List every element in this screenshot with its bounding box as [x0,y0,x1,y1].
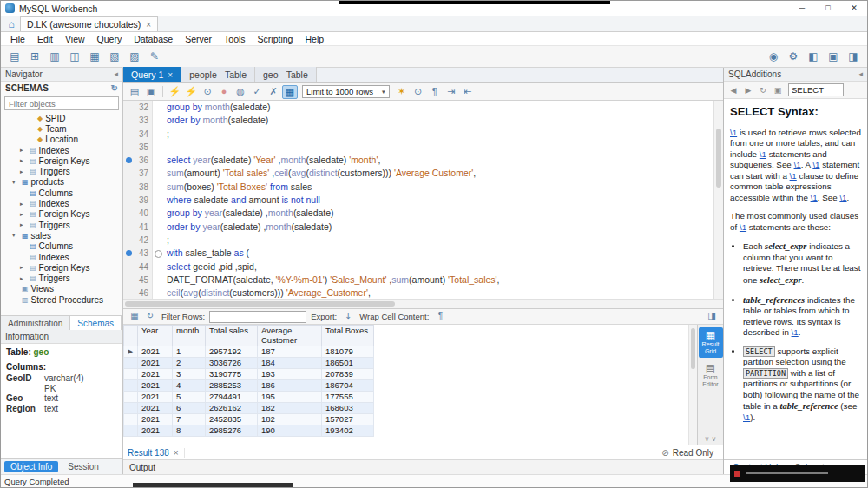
new-connection-icon[interactable]: ▤ [6,49,23,65]
account-icon[interactable]: ◉ [765,49,782,65]
code-line-41[interactable]: 41 order by year(saledate) ,month(saleda… [123,221,713,234]
help-link[interactable]: \1 [730,128,737,137]
rollback-icon[interactable]: ✗ [266,85,281,99]
code-line-39[interactable]: 39 where saledate and amount is not null [123,194,713,207]
grid-cell[interactable]: 193402 [322,425,374,437]
grid-cell[interactable]: 186704 [322,380,374,392]
help-back-icon[interactable]: ◀ [727,86,740,95]
menu-view[interactable]: View [59,34,91,44]
menu-file[interactable]: File [4,34,31,44]
result-tab[interactable]: Result 138 × [128,448,185,458]
expand-arrow-icon[interactable]: ▾ [12,179,19,186]
help-link[interactable]: \1 [794,160,801,169]
new-tab-options-icon[interactable]: ▦ [282,85,298,99]
grid-row[interactable]: 202152794491195177555 [124,392,374,403]
editor-vertical-scrollbar[interactable] [713,101,723,299]
tree-item-indexes[interactable]: ▤Indexes [1,252,122,262]
menu-server[interactable]: Server [179,34,218,44]
tab-schemas[interactable]: Schemas [69,316,122,330]
execute-icon[interactable]: ⚡ [167,85,182,99]
tree-item-views[interactable]: ▣Views [1,284,122,294]
close-button[interactable]: ✕ [841,1,867,16]
grid-cell[interactable]: 3190775 [206,369,258,380]
open-script-icon[interactable]: ▥ [46,49,63,65]
grid-cell[interactable]: 177555 [322,392,374,403]
beautify-sql-icon[interactable]: ✶ [394,85,410,99]
grid-row[interactable]: 202172452835182157027 [124,414,374,425]
result-grid[interactable]: YearmonthTotal salesAverage CustomerTota… [123,325,688,445]
help-link[interactable]: \1 [839,193,846,202]
invisible-characters-icon[interactable]: ¶ [427,85,443,99]
grid-cell[interactable]: 186 [258,380,322,392]
menu-query[interactable]: Query [91,34,128,44]
code-line-33[interactable]: 33 order by month(saledate) [123,114,713,127]
tree-item-spid[interactable]: ◆SPID [1,113,122,123]
home-icon[interactable]: ⌂ [3,17,20,31]
tree-item-stored-procedures[interactable]: ▥Stored Procedures [1,294,122,305]
tab-administration[interactable]: Administration [1,318,69,329]
grid-cell[interactable]: 195 [258,392,322,403]
commit-icon[interactable]: ✓ [249,85,265,99]
grid-cell[interactable]: 2626162 [206,403,258,414]
wrap-text-icon[interactable]: ⇥ [444,85,459,99]
document-tab[interactable]: D.LK (awesome chocolates) × [20,16,158,31]
refresh-schemas-icon[interactable]: ↻ [111,83,118,93]
grid-vertical-scrollbar[interactable] [688,325,697,445]
strip-scroll-down-icon[interactable]: ∨ ∨ [705,436,717,445]
code-line-35[interactable]: 35 [123,141,713,154]
help-manual-icon[interactable]: ▣ [772,86,784,95]
row-selector[interactable] [124,425,138,437]
scrollbar-thumb[interactable] [691,328,695,369]
open-file-icon[interactable]: ▤ [127,85,142,99]
secondary-sidebar-toggle-icon[interactable]: ◨ [845,49,862,65]
tree-item-triggers[interactable]: ▸▤Triggers [1,166,122,176]
grid-cell[interactable]: 6 [173,403,206,414]
code-line-42[interactable]: 42 ; [123,234,713,247]
tree-item-columns[interactable]: ▤Columns [1,241,122,252]
create-procedure-icon[interactable]: ▨ [126,49,143,65]
code-line-44[interactable]: 44 select geoid ,pid ,spid, [123,260,713,274]
grid-cell[interactable]: 2021 [138,425,173,437]
save-script-icon[interactable]: ▣ [143,85,159,99]
grid-cell[interactable]: 2957192 [206,346,258,358]
grid-cell[interactable]: 2021 [138,414,173,425]
output-section-header[interactable]: Output [123,459,723,474]
grid-cell[interactable]: 182 [258,414,322,425]
grid-row[interactable]: 202142885253186186704 [124,380,374,392]
tree-item-indexes[interactable]: ▸▤Indexes [1,198,122,208]
menu-help[interactable]: Help [299,34,330,44]
find-icon[interactable]: ⊙ [411,85,426,99]
create-table-icon[interactable]: ▦ [86,49,103,65]
code-line-37[interactable]: 37 sum(amount) 'Total sales' ,ceil(avg(d… [123,167,713,180]
expand-arrow-icon[interactable]: ▸ [20,147,27,154]
jump-to-start-icon[interactable]: ⇤ [460,85,476,99]
help-link[interactable]: \1 [812,160,819,169]
tree-item-columns[interactable]: ▤Columns [1,188,122,198]
row-selector[interactable] [124,380,138,392]
create-schema-icon[interactable]: ◫ [66,49,83,65]
toggle-stop-on-error-icon[interactable]: ◍ [233,85,248,99]
grid-panel-toggle-icon[interactable]: ◨ [705,310,719,323]
row-selector[interactable] [124,392,138,403]
code-line-38[interactable]: 38 sum(boxes) 'Total Boxes' from sales [123,181,713,194]
row-selector[interactable] [124,403,138,414]
tree-item-foreign-keys[interactable]: ▸▤Foreign Keys [1,209,122,220]
code-line-32[interactable]: 32 group by month(saledate) [123,101,713,114]
view-switch-result-grid[interactable]: ▦Result Grid [699,327,723,358]
tab-object-info[interactable]: Object Info [4,461,58,472]
expand-arrow-icon[interactable]: ▾ [12,232,19,239]
explain-icon[interactable]: ⊙ [200,85,215,99]
tree-item-location[interactable]: ◆Location [1,135,122,145]
expand-arrow-icon[interactable]: ▸ [20,201,27,208]
help-automatic-context-icon[interactable]: ↻ [757,86,769,95]
grid-cell[interactable]: 193 [258,369,322,380]
menu-edit[interactable]: Edit [31,34,59,44]
grid-cell[interactable]: 2021 [138,380,173,392]
code-line-34[interactable]: 34 ; [123,128,713,141]
editor-horizontal-scrollbar[interactable] [123,299,723,308]
tree-item-sales[interactable]: ▾▦sales [1,230,122,241]
grid-cell[interactable]: 3 [173,369,206,380]
grid-cell[interactable]: 181079 [322,346,374,358]
help-search-input[interactable] [788,83,844,96]
help-link[interactable]: \1 [760,149,766,159]
